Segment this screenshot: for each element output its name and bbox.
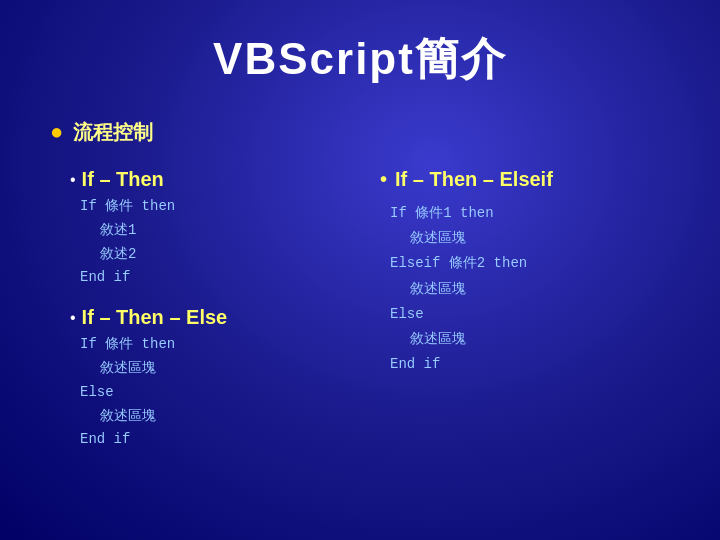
- rcode-line3: Elseif 條件2 then: [390, 251, 670, 276]
- code2-line5: End if: [80, 428, 340, 452]
- if-then-else-code: If 條件 then 敘述區塊 Else 敘述區塊 End if: [80, 333, 340, 452]
- code1-line1: If 條件 then: [80, 195, 340, 219]
- if-then-bullet: • If – Then: [70, 168, 340, 191]
- if-then-elseif-code: If 條件1 then 敘述區塊 Elseif 條件2 then 敘述區塊 El…: [390, 201, 670, 377]
- rcode-line7: End if: [390, 352, 670, 377]
- if-then-else-label: If – Then – Else: [82, 306, 228, 329]
- bullet-dot-2: •: [70, 309, 76, 327]
- code2-line3: Else: [80, 381, 340, 405]
- code1-line3: 敘述2: [100, 243, 340, 267]
- bullet-dot-1: •: [70, 171, 76, 189]
- rcode-line5: Else: [390, 302, 670, 327]
- if-then-code: If 條件 then 敘述1 敘述2 End if: [80, 195, 340, 290]
- code1-line2: 敘述1: [100, 219, 340, 243]
- code2-line4: 敘述區塊: [100, 405, 340, 429]
- right-bullet-dot: •: [380, 168, 387, 191]
- rcode-line1: If 條件1 then: [390, 201, 670, 226]
- if-then-elseif-section: • If – Then – Elseif If 條件1 then 敘述區塊 El…: [380, 168, 670, 377]
- if-then-elseif-bullet: • If – Then – Elseif: [380, 168, 670, 191]
- rcode-line4: 敘述區塊: [410, 277, 670, 302]
- slide-title: VBScript簡介: [50, 30, 670, 89]
- if-then-elseif-label: If – Then – Elseif: [395, 168, 553, 191]
- flow-label: 流程控制: [73, 119, 153, 146]
- code2-line1: If 條件 then: [80, 333, 340, 357]
- content-area: • If – Then If 條件 then 敘述1 敘述2 End if • …: [50, 168, 670, 468]
- slide: VBScript簡介 ● 流程控制 • If – Then If 條件 then…: [0, 0, 720, 540]
- code2-line2: 敘述區塊: [100, 357, 340, 381]
- bullet-circle-icon: ●: [50, 119, 63, 145]
- if-then-section: • If – Then If 條件 then 敘述1 敘述2 End if: [50, 168, 340, 290]
- if-then-label: If – Then: [82, 168, 164, 191]
- code1-line4: End if: [80, 266, 340, 290]
- if-then-else-bullet: • If – Then – Else: [70, 306, 340, 329]
- rcode-line6: 敘述區塊: [410, 327, 670, 352]
- right-column: • If – Then – Elseif If 條件1 then 敘述區塊 El…: [380, 168, 670, 468]
- left-column: • If – Then If 條件 then 敘述1 敘述2 End if • …: [50, 168, 340, 468]
- rcode-line2: 敘述區塊: [410, 226, 670, 251]
- if-then-else-section: • If – Then – Else If 條件 then 敘述區塊 Else …: [50, 306, 340, 452]
